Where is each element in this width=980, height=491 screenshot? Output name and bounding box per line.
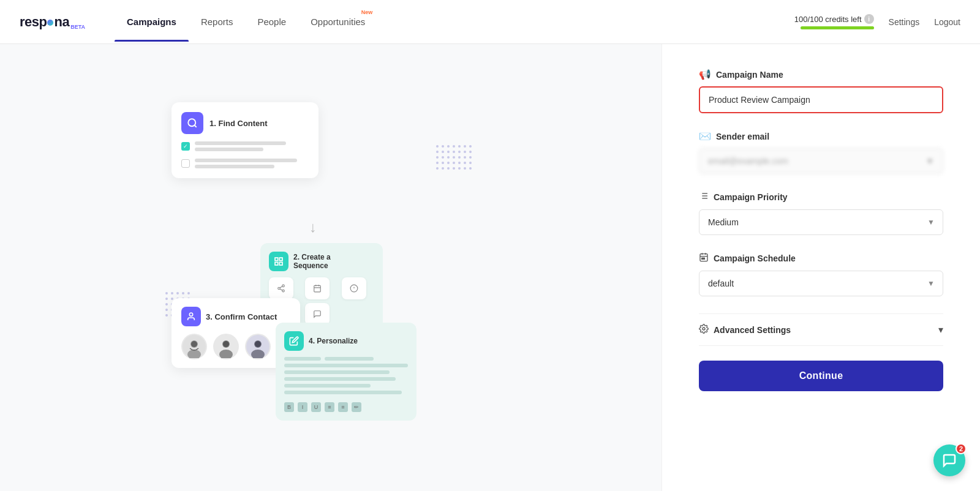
svg-point-0 [188,119,195,126]
svg-rect-3 [279,262,282,265]
credits-info-icon[interactable]: i [864,14,874,24]
campaign-schedule-select[interactable]: default custom [699,271,943,296]
avatar-3 [245,334,271,359]
chevron-down-icon: ▾ [938,324,943,335]
campaign-schedule-label: Campaign Schedule [699,252,943,264]
gear-icon [699,324,709,335]
sender-email-display[interactable]: email@example.com ▼ [699,148,943,174]
chat-widget[interactable]: 2 [933,444,965,476]
step1-header: 1. Find Content [181,112,309,134]
step1-card: 1. Find Content ✓ [172,102,318,178]
avatar-2 [213,334,239,359]
campaign-priority-label: Campaign Priority [699,191,943,203]
continue-button[interactable]: Continue [699,361,943,391]
campaign-priority-section: Campaign Priority Low Medium High ▼ [699,191,943,235]
avatars-row [181,334,290,359]
svg-rect-2 [279,258,282,261]
svg-point-6 [278,287,281,290]
avatar-1 [181,334,207,359]
illustration: 1. Find Content ✓ [153,84,508,451]
step4-title: 4. Personalize [309,337,358,345]
illustration-area: 1. Find Content ✓ [0,44,662,491]
chat-badge: 2 [956,443,967,454]
svg-rect-1 [275,258,278,261]
credits-bar [801,26,874,29]
logout-link[interactable]: Logout [934,17,960,27]
campaign-priority-wrapper: Low Medium High ▼ [699,209,943,235]
step3-header: 3. Confirm Contact [181,307,290,326]
dots-decoration-top [436,145,472,170]
campaign-name-input[interactable] [699,86,943,113]
svg-rect-31 [702,258,703,259]
campaign-name-label: 📢 Campaign Name [699,69,943,80]
svg-rect-4 [275,262,278,265]
logo[interactable]: respna BETA [20,14,85,30]
header: respna BETA Campaigns Reports People Opp… [0,0,980,44]
new-badge: New [361,9,373,15]
logo-beta-label: BETA [70,24,85,30]
credits-bar-fill [801,26,874,29]
sender-email-label: ✉️ Sender email [699,130,943,142]
personalize-content: B I U ≡ ≡ ✏ [284,357,408,412]
svg-rect-32 [703,258,704,259]
campaign-name-section: 📢 Campaign Name [699,69,943,113]
sender-email-wrapper: email@example.com ▼ [699,148,943,174]
nav-item-reports[interactable]: Reports [189,2,246,42]
step3-title: 3. Confirm Contact [206,312,277,321]
envelope-icon: ✉️ [699,130,711,142]
advanced-settings-row[interactable]: Advanced Settings ▾ [699,313,943,346]
step4-card: 4. Personalize B I U [276,323,417,421]
step3-icon [181,307,201,326]
nav-item-campaigns[interactable]: Campaigns [115,2,189,42]
form-area: 📢 Campaign Name ✉️ Sender email email@ex… [662,44,980,491]
main-nav: Campaigns Reports People Opportunities N… [115,2,794,42]
checked-icon: ✓ [181,142,190,151]
campaign-schedule-section: Campaign Schedule default custom ▼ [699,252,943,296]
logo-dot-icon [47,20,53,26]
svg-point-33 [703,328,705,330]
megaphone-icon: 📢 [699,69,711,80]
svg-point-5 [282,285,285,287]
step1-content: ✓ [181,141,309,168]
svg-rect-8 [314,285,321,292]
settings-link[interactable]: Settings [889,17,920,27]
sender-email-section: ✉️ Sender email email@example.com ▼ [699,130,943,174]
nav-item-people[interactable]: People [245,2,298,42]
calendar-icon [699,252,709,264]
step4-icon [284,331,304,351]
svg-point-19 [223,341,229,347]
step1-title: 1. Find Content [209,119,268,128]
step2-header: 2. Create aSequence [269,252,374,271]
credits-container: 100/100 credits left i [794,14,874,29]
svg-point-7 [282,290,285,292]
step2-icon [269,252,288,271]
unchecked-icon [181,159,190,168]
nav-item-opportunities[interactable]: Opportunities New [298,2,377,42]
step2-title: 2. Create aSequence [293,253,331,270]
campaign-priority-select[interactable]: Low Medium High [699,209,943,235]
svg-point-11 [189,313,192,316]
advanced-settings-left: Advanced Settings [699,324,791,335]
priority-icon [699,191,709,203]
arrow-1-2: ↓ [309,219,317,236]
svg-point-23 [255,341,261,347]
step4-header: 4. Personalize [284,331,408,351]
logo-text: respna [20,14,69,30]
svg-point-15 [191,341,197,347]
svg-rect-30 [700,254,707,261]
main-content: 1. Find Content ✓ [0,44,980,491]
header-right: 100/100 credits left i Settings Logout [794,14,960,29]
campaign-schedule-wrapper: default custom ▼ [699,271,943,296]
step1-icon [181,112,203,134]
chat-icon [942,453,957,468]
credits-text: 100/100 credits left i [794,14,874,24]
